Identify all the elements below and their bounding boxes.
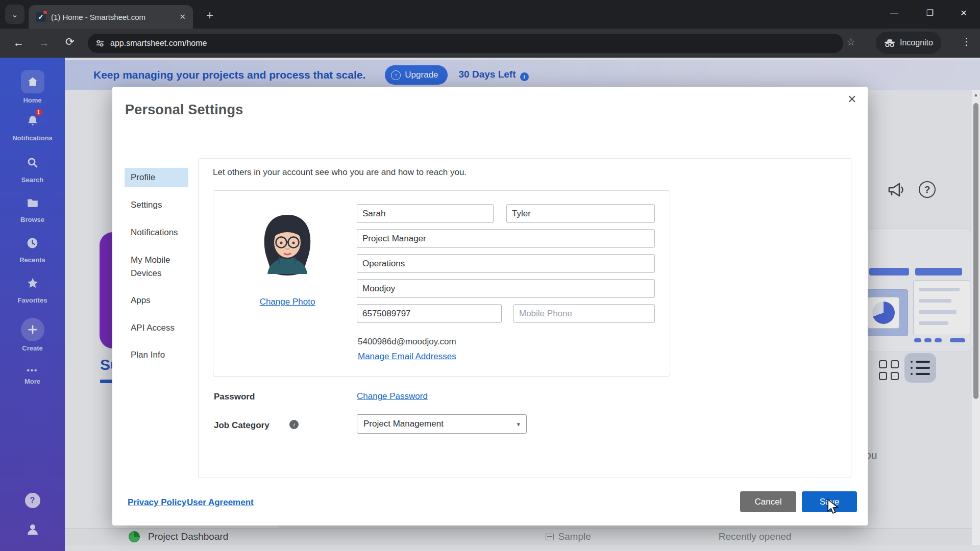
browser-menu-icon[interactable]: ⋮ xyxy=(962,36,971,47)
job-category-label: Job Category xyxy=(214,420,270,431)
window-close-button[interactable]: ✕ xyxy=(953,8,974,18)
scrollbar-thumb[interactable] xyxy=(973,103,978,399)
profile-avatar xyxy=(249,211,326,292)
password-label: Password xyxy=(214,392,255,402)
settings-nav-apps[interactable]: Apps xyxy=(125,291,188,310)
incognito-badge: Incognito xyxy=(876,32,941,54)
forward-icon[interactable]: → xyxy=(39,37,50,49)
profile-intro-text: Let others in your account see who you a… xyxy=(213,167,467,178)
new-tab-button[interactable]: + xyxy=(206,8,213,22)
mobile-phone-input[interactable] xyxy=(513,304,655,323)
modal-title: Personal Settings xyxy=(125,102,243,118)
company-input[interactable] xyxy=(357,279,655,298)
settings-nav-api-access[interactable]: API Access xyxy=(125,318,188,338)
browser-toolbar: ← → ⟳ app.smartsheet.com/home ☆ Incognit… xyxy=(0,29,980,58)
bookmark-star-icon[interactable]: ☆ xyxy=(846,36,855,48)
chevron-down-icon: ▾ xyxy=(517,420,520,428)
browser-tab[interactable]: ✓ (1) Home - Smartsheet.com ✕ xyxy=(29,5,193,29)
job-category-value: Project Management xyxy=(363,419,444,429)
account-email: 5400986d@moodjoy.com xyxy=(358,337,456,347)
personal-settings-modal: ✕ Personal Settings Profile Settings Not… xyxy=(112,87,868,525)
window-restore-button[interactable]: ❐ xyxy=(920,8,940,18)
tab-title: (1) Home - Smartsheet.com xyxy=(51,13,175,21)
settings-nav-mobile-devices[interactable]: My Mobile Devices xyxy=(125,254,188,280)
incognito-label: Incognito xyxy=(900,38,933,47)
browser-tab-strip: ⌄ ✓ (1) Home - Smartsheet.com ✕ + — ❐ ✕ xyxy=(0,0,980,29)
cancel-button[interactable]: Cancel xyxy=(740,491,796,512)
modal-close-icon[interactable]: ✕ xyxy=(847,93,856,106)
user-agreement-link[interactable]: User Agreement xyxy=(187,497,254,508)
page-scrollbar[interactable]: ▲ xyxy=(972,90,980,545)
url-bar[interactable]: app.smartsheet.com/home xyxy=(88,34,843,53)
last-name-input[interactable] xyxy=(506,204,655,223)
smartsheet-favicon: ✓ xyxy=(36,12,46,22)
screen: ⌄ ✓ (1) Home - Smartsheet.com ✕ + — ❐ ✕ … xyxy=(0,0,980,551)
scrollbar-up-arrow[interactable]: ▲ xyxy=(973,92,978,97)
job-title-input[interactable] xyxy=(357,229,655,248)
settings-nav-profile[interactable]: Profile xyxy=(125,168,188,187)
job-category-select[interactable]: Project Management ▾ xyxy=(357,414,527,434)
window-minimize-button[interactable]: — xyxy=(884,8,904,17)
reload-icon[interactable]: ⟳ xyxy=(65,36,75,48)
first-name-input[interactable] xyxy=(357,204,494,223)
back-icon[interactable]: ← xyxy=(13,37,24,49)
tab-search-button[interactable]: ⌄ xyxy=(5,5,24,24)
settings-nav-plan-info[interactable]: Plan Info xyxy=(125,345,188,365)
work-phone-input[interactable] xyxy=(357,304,502,323)
incognito-icon xyxy=(884,39,895,47)
settings-nav-notifications[interactable]: Notifications xyxy=(125,223,188,242)
mouse-cursor xyxy=(827,499,840,514)
manage-email-link[interactable]: Manage Email Addresses xyxy=(358,352,456,362)
change-photo-link[interactable]: Change Photo xyxy=(249,297,326,307)
job-category-info-icon[interactable]: i xyxy=(289,420,299,429)
url-text: app.smartsheet.com/home xyxy=(110,39,207,48)
privacy-policy-link[interactable]: Privacy Policy xyxy=(128,497,186,508)
change-password-link[interactable]: Change Password xyxy=(357,391,428,402)
chevron-down-icon: ⌄ xyxy=(11,10,18,19)
tab-close-icon[interactable]: ✕ xyxy=(179,12,186,21)
settings-nav-settings[interactable]: Settings xyxy=(125,195,188,215)
site-settings-icon[interactable] xyxy=(96,39,104,47)
department-input[interactable] xyxy=(357,254,655,273)
